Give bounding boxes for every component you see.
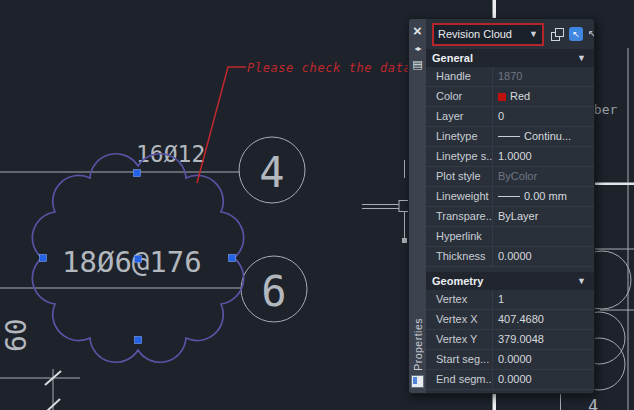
section-title-geometry: Geometry: [432, 275, 483, 287]
property-row-linetype-scale: Linetype s... 1.0000: [426, 147, 594, 167]
property-label: Start seg...: [426, 350, 492, 369]
property-row-linetype: Linetype Continu...: [426, 127, 594, 147]
property-label: Vertex: [426, 290, 492, 309]
properties-palette-icon: [411, 375, 424, 388]
autocad-drawing-window: 4 6 16Ø12 18Ø6@176 60 Please check the d…: [0, 0, 634, 410]
property-value[interactable]: 0.0000: [492, 370, 594, 389]
linetype-value-text: Continu...: [524, 130, 571, 142]
scroll-up-icon[interactable]: ▲: [594, 49, 595, 59]
property-value[interactable]: 0: [492, 107, 594, 126]
close-icon[interactable]: ×: [413, 23, 422, 38]
property-value[interactable]: [492, 227, 594, 246]
property-row-plot-style: Plot style ByColor: [426, 167, 594, 187]
grip-left[interactable]: [40, 255, 47, 262]
property-value: 1870: [492, 67, 594, 86]
color-value-text: Red: [510, 90, 530, 102]
property-label: Handle: [426, 67, 492, 86]
annotation-text: Please check the data: [247, 61, 411, 75]
property-row-color: Color Red: [426, 87, 594, 107]
grip-top[interactable]: [134, 170, 141, 177]
scroll-down-icon[interactable]: ▼: [594, 381, 595, 391]
cursor-arrow-icon: ↖: [588, 28, 595, 39]
property-label: Transpare...: [426, 207, 492, 226]
property-value[interactable]: ByLayer: [492, 207, 594, 226]
property-row-layer: Layer 0: [426, 107, 594, 127]
property-value[interactable]: 1: [492, 290, 594, 309]
collapse-chevron-icon: ▼: [577, 54, 586, 63]
color-swatch-red: [498, 93, 506, 101]
toggle-pickadd-icon[interactable]: [551, 28, 564, 41]
property-row-lineweight: Lineweight 0.00 mm: [426, 187, 594, 207]
property-row-start-segment: Start seg... 0.0000: [426, 350, 594, 370]
auto-hide-icon[interactable]: ◂▸: [414, 45, 420, 53]
property-label: Hyperlink: [426, 227, 492, 246]
property-row-vertex-x: Vertex X 407.4680: [426, 310, 594, 330]
property-row-hyperlink: Hyperlink: [426, 227, 594, 247]
quick-select-icon[interactable]: ↖ϟ: [588, 27, 595, 41]
property-value[interactable]: 407.4680: [492, 310, 594, 329]
select-objects-icon[interactable]: ↖: [569, 27, 583, 41]
property-value[interactable]: Continu...: [492, 127, 594, 146]
property-label: End segm...: [426, 370, 492, 389]
object-type-value: Revision Cloud: [438, 28, 529, 40]
palette-title[interactable]: Properties: [412, 318, 424, 371]
linetype-sample-icon: [498, 136, 520, 137]
property-value[interactable]: Red: [492, 87, 594, 106]
object-type-dropdown[interactable]: Revision Cloud ▼: [432, 23, 544, 46]
property-label: Thickness: [426, 247, 492, 266]
property-label: Vertex Y: [426, 330, 492, 349]
partial-text-bottom: 4: [588, 396, 598, 410]
property-row-vertex-y: Vertex Y 379.0048: [426, 330, 594, 350]
grip-right[interactable]: [229, 255, 236, 262]
section-header-general[interactable]: General ▼: [426, 49, 594, 67]
property-value[interactable]: 1.0000: [492, 147, 594, 166]
chevron-down-icon: ▼: [529, 30, 538, 39]
properties-palette: × ◂▸ ▤ Properties Revision Cloud ▼ ↖ ↖ϟ: [408, 18, 595, 394]
rebar-text-top: 16Ø12: [136, 141, 205, 167]
collapse-chevron-icon: ▼: [577, 277, 586, 286]
palette-menu-icon[interactable]: ▤: [412, 59, 422, 70]
properties-list: General ▼ Handle 1870 Color Red Layer 0 …: [426, 49, 595, 393]
property-value: ByColor: [492, 167, 594, 186]
property-row-vertex: Vertex 1: [426, 290, 594, 310]
property-row-thickness: Thickness 0.0000: [426, 247, 594, 267]
property-row-end-segment: End segm... 0.0000: [426, 370, 594, 390]
palette-content: Revision Cloud ▼ ↖ ↖ϟ General ▼ Handle 1…: [426, 19, 595, 393]
section-title-general: General: [432, 52, 473, 64]
property-label: Layer: [426, 107, 492, 126]
lineweight-sample-icon: [498, 196, 520, 197]
property-value[interactable]: 379.0048: [492, 330, 594, 349]
property-label: Linetype: [426, 127, 492, 146]
lineweight-value-text: 0.00 mm: [524, 190, 567, 202]
palette-titlebar: × ◂▸ ▤ Properties: [409, 19, 426, 393]
dimension-text-60: 60: [0, 318, 33, 352]
heavy-vertical-line-bottom: [493, 393, 497, 410]
section-header-geometry[interactable]: Geometry ▼: [426, 272, 594, 290]
property-row-handle: Handle 1870: [426, 67, 594, 87]
property-label: Linetype s...: [426, 147, 492, 166]
property-label: Vertex X: [426, 310, 492, 329]
vertical-scrollbar[interactable]: ▲ ▼: [594, 49, 595, 393]
property-row-transparency: Transpare... ByLayer: [426, 207, 594, 227]
property-value[interactable]: 0.0000: [492, 350, 594, 369]
grip-bottom[interactable]: [135, 337, 142, 344]
property-label: Plot style: [426, 167, 492, 186]
property-label: Lineweight: [426, 187, 492, 206]
property-label: Color: [426, 87, 492, 106]
heavy-vertical-line-top: [493, 0, 497, 18]
callout-bubble-4-number: 4: [259, 148, 284, 197]
property-value[interactable]: 0.0000: [492, 247, 594, 266]
grid-marker-dot: [402, 238, 407, 243]
palette-toolbar: Revision Cloud ▼ ↖ ↖ϟ: [426, 19, 595, 49]
grip-center[interactable]: [135, 256, 142, 263]
property-value[interactable]: 0.00 mm: [492, 187, 594, 206]
callout-bubble-6-number: 6: [261, 267, 286, 316]
rebar-text-main: 18Ø6@176: [62, 245, 202, 279]
